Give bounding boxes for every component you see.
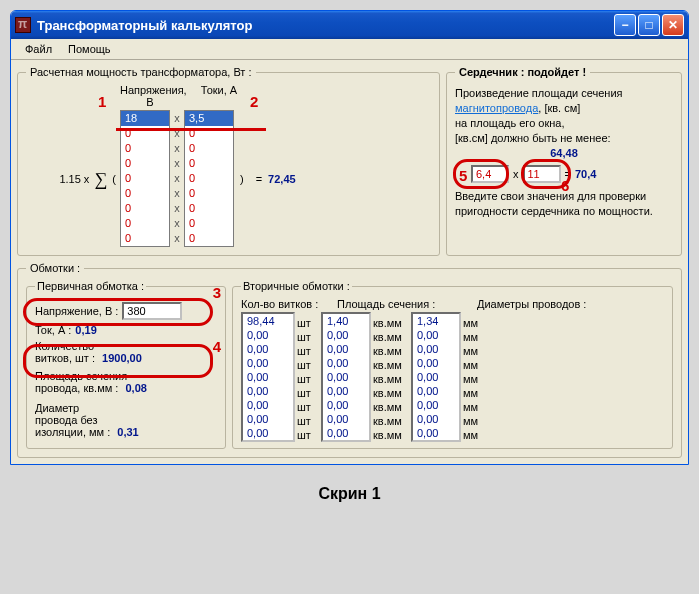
windings-group: Обмотки : Первичная обмотка : 3 Напряжен… [17,262,682,458]
annotation-3: 3 [213,284,221,301]
core-area2-input[interactable] [523,165,561,183]
core-area1-input[interactable] [471,165,509,183]
primary-group: Первичная обмотка : 3 Напряжение, В : То… [26,280,226,449]
core-result: 70,4 [575,168,596,180]
annotation-underline-1-2 [116,128,266,131]
primary-dia-label-a: Диаметр [35,402,79,414]
core-need: 64,48 [455,147,673,159]
area-list[interactable]: 1,400,000,000,000,000,000,000,000,00 [321,312,371,442]
primary-voltage-input[interactable] [122,302,182,320]
app-icon [15,17,31,33]
voltage-cell[interactable]: 18 [121,111,169,126]
core-calc: 5 x 6 = 70,4 [461,165,673,183]
current-cell[interactable]: 3,5 [185,111,233,126]
power-eq: = [256,173,262,185]
primary-current-label: Ток, А : [35,324,71,336]
annotation-6: 6 [561,177,569,194]
core-line1: Произведение площади сечения магнитопров… [455,86,673,145]
close-button[interactable]: ✕ [662,14,684,36]
primary-turns-value: 1900,00 [102,352,142,364]
primary-dia-label-c: изоляции, мм : [35,426,110,438]
primary-voltage-label: Напряжение, В : [35,305,118,317]
windings-legend: Обмотки : [26,262,84,274]
col-turns-header: Кол-во витков : [241,298,337,310]
power-prefix: 1.15 x ∑ ( [26,172,120,186]
menu-file[interactable]: Файл [17,41,60,57]
primary-turns-label-b: витков, шт : [35,352,95,364]
annotation-4: 4 [213,338,221,355]
primary-area-value: 0,08 [125,382,146,394]
maximize-button[interactable]: □ [638,14,660,36]
menu-help[interactable]: Помощь [60,41,119,57]
col-current-header: Токи, А [194,84,244,108]
magnet-link[interactable]: магнитопровода [455,102,538,114]
secondary-group: Вторичные обмотки : Кол-во витков : Площ… [232,280,673,449]
turns-list[interactable]: 98,440,000,000,000,000,000,000,000,00 [241,312,295,442]
power-legend: Расчетная мощность трансформатора, Вт : [26,66,256,78]
dia-list[interactable]: 1,340,000,000,000,000,000,000,000,00 [411,312,461,442]
primary-current-value: 0,19 [75,324,96,336]
core-group: Сердечник : подойдет ! Произведение площ… [446,66,682,256]
primary-area-label-a: Площадь сечения [35,370,127,382]
minimize-button[interactable]: − [614,14,636,36]
col-voltage-header: Напряжения, В [120,84,180,108]
secondary-headers: Кол-во витков : Площадь сечения : Диамет… [241,298,664,310]
annotation-1: 1 [98,93,106,110]
power-headers: Напряжения, В Токи, А [120,84,431,108]
primary-dia-value: 0,31 [117,426,138,438]
col-dia-header: Диаметры проводов : [477,298,664,310]
titlebar[interactable]: Трансформаторный калькулятор − □ ✕ [11,11,688,39]
sigma-icon: ∑ [94,172,107,186]
multiply-col: xxxxxxxxx [170,111,184,246]
menu-bar: Файл Помощь [11,39,688,60]
power-close: ) [240,173,244,185]
primary-legend: Первичная обмотка : [35,280,146,292]
primary-dia-label-b: провода без [35,414,97,426]
primary-area-label-b: провода, кв.мм : [35,382,118,394]
image-caption: Скрин 1 [0,475,699,513]
power-result: 72,45 [268,173,296,185]
annotation-2: 2 [250,93,258,110]
window-title: Трансформаторный калькулятор [37,18,252,33]
annotation-5: 5 [459,167,467,184]
col-area-header: Площадь сечения : [337,298,477,310]
primary-turns-label-a: Количество [35,340,94,352]
power-group: Расчетная мощность трансформатора, Вт : … [17,66,440,256]
secondary-legend: Вторичные обмотки : [241,280,352,292]
window-frame: Трансформаторный калькулятор − □ ✕ Файл … [10,10,689,465]
core-legend: Сердечник : подойдет ! [455,66,590,78]
